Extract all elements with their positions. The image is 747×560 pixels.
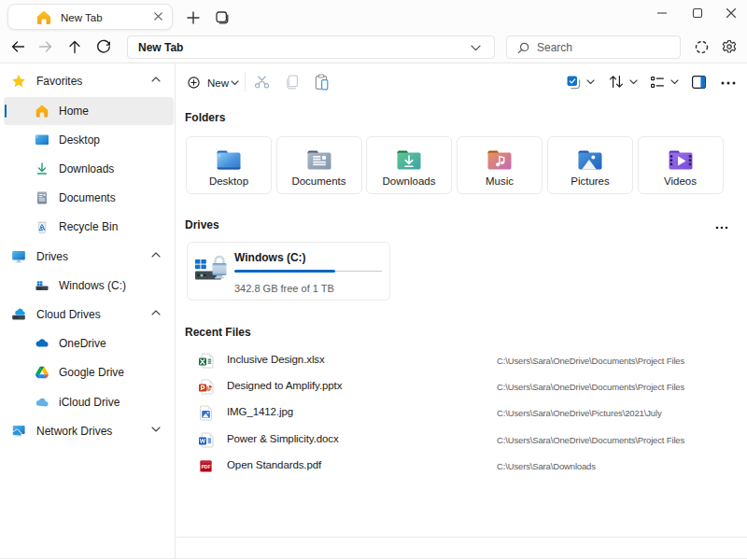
svg-text:PDF: PDF [202,464,211,469]
